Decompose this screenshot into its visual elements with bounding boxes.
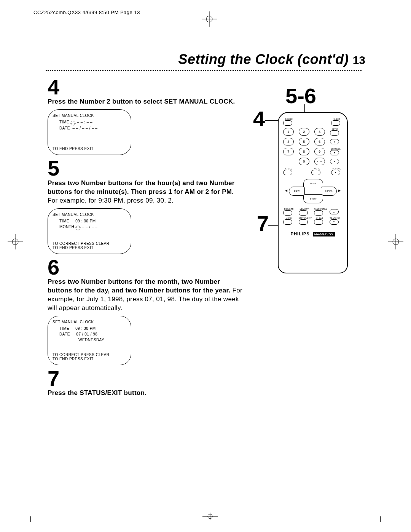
svg-line-15 xyxy=(74,121,75,123)
sleep-label: SLEEP xyxy=(331,118,342,120)
num-9-button[interactable]: 9 xyxy=(314,148,325,155)
osd2-footer2: TO END PRESS EXIT xyxy=(53,246,126,250)
osd-screen-2: SET MANUAL CLOCK TIME 09 : 30 PM MONTH –… xyxy=(48,208,131,254)
page-title: Setting the Clock (cont'd) xyxy=(178,51,349,67)
osd3-date-label: DATE xyxy=(59,332,70,336)
osd3-date-value: 07 / 01 / 98 xyxy=(76,332,97,336)
num-1-button[interactable]: 1 xyxy=(283,128,294,136)
volume-up-button[interactable]: ▲ xyxy=(330,159,339,164)
altch-label: ALT CH xyxy=(330,128,341,130)
osd3-time-value: 09 : 30 PM xyxy=(75,326,96,331)
osd1-title: SET MANUAL CLOCK xyxy=(53,113,126,118)
status-label: STATUS/EXIT xyxy=(299,217,310,219)
crop-mark-top-icon xyxy=(202,11,217,27)
menu-label: MENU xyxy=(283,217,295,219)
num-6-button[interactable]: 6 xyxy=(314,138,325,145)
callout-7: 7 xyxy=(257,211,269,236)
svg-line-13 xyxy=(71,121,72,123)
mute-button[interactable] xyxy=(311,170,320,175)
crop-mark-bottom-icon xyxy=(202,513,218,522)
tracking-up-button[interactable]: ▲ xyxy=(330,209,339,214)
crop-mark-icon xyxy=(380,516,381,522)
svg-line-14 xyxy=(74,124,75,125)
callout-4: 4 xyxy=(253,106,265,131)
rec-label: REC/OTR xyxy=(283,208,295,210)
osd1-time-value: – – : – – xyxy=(77,120,92,124)
osd3-dow: WEDNESDAY xyxy=(78,338,104,342)
power-label: POWER xyxy=(283,118,295,120)
step-7-number: 7 xyxy=(48,369,245,388)
crop-mark-right-icon xyxy=(388,234,403,249)
svg-line-23 xyxy=(79,226,80,227)
mute-label: MUTE xyxy=(311,168,323,170)
osd-screen-1: SET MANUAL CLOCK TIME – – : – – DATE – –… xyxy=(48,109,131,155)
num-100-button[interactable]: +100 xyxy=(314,158,325,165)
step-4-text: Press the Number 2 button to select SET … xyxy=(48,97,245,106)
step-5-number: 5 xyxy=(48,159,245,178)
tracking-down-button[interactable]: ▼ xyxy=(330,219,339,225)
status-exit-button[interactable] xyxy=(299,219,308,225)
memory-label: MEMORY xyxy=(299,208,310,210)
volume-label: VOLUME xyxy=(331,168,342,170)
channel-up-button[interactable]: ▲ xyxy=(330,139,339,144)
osd2-footer1: TO CORRECT PRESS CLEAR xyxy=(53,241,126,246)
num-7-button[interactable]: 7 xyxy=(283,148,294,155)
rec-button[interactable] xyxy=(283,210,292,216)
clear-button[interactable] xyxy=(314,219,323,225)
step-5-bold: Press two Number buttons for the hour(s)… xyxy=(48,179,235,195)
speed-button[interactable] xyxy=(283,170,292,175)
callout-5-6: 5-6 xyxy=(285,83,316,108)
step-6-text: Press two Number buttons for the month, … xyxy=(48,278,245,313)
step-4-number: 4 xyxy=(48,78,245,97)
altch-button[interactable] xyxy=(330,130,339,136)
step-5-rest: For example, for 9:30 PM, press 09, 30, … xyxy=(48,197,174,204)
osd2-time-label: TIME xyxy=(59,219,69,223)
power-button[interactable] xyxy=(283,120,292,126)
brand-magnavox: MAGNAVOX xyxy=(313,232,335,236)
osd3-footer2: TO END PRESS EXIT xyxy=(53,357,126,361)
osd2-time-value: 09 : 30 PM xyxy=(75,219,96,223)
pause-button[interactable] xyxy=(314,210,323,216)
page-title-row: Setting the Clock (cont'd) 13 xyxy=(27,51,384,67)
osd1-date-value: – – / – – / – – xyxy=(73,126,98,130)
step-5-text: Press two Number buttons for the hour(s)… xyxy=(48,179,245,205)
page-number: 13 xyxy=(353,54,365,66)
step-4-bold: Press the Number 2 button to select SET … xyxy=(48,98,235,105)
step-7-bold: Press the STATUS/EXIT button. xyxy=(48,389,147,396)
blink-cursor-icon xyxy=(75,225,81,229)
channel-label: CHANNEL xyxy=(330,148,341,150)
rew-button[interactable]: REW xyxy=(289,187,305,196)
osd1-date-label: DATE xyxy=(59,126,70,130)
sleep-button[interactable] xyxy=(331,120,340,126)
channel-down-button[interactable]: ▼ xyxy=(330,150,339,155)
osd2-month-label: MONTH xyxy=(59,225,74,229)
menu-button[interactable] xyxy=(283,219,292,225)
brand-philips: PHILIPS xyxy=(291,232,310,236)
crop-mark-icon xyxy=(30,516,31,522)
play-button[interactable]: PLAY xyxy=(303,179,323,188)
osd1-footer: TO END PRESS EXIT xyxy=(53,147,126,151)
step-6-number: 6 xyxy=(48,258,245,277)
pause-label: PAUSE/STILL xyxy=(314,208,325,210)
num-3-button[interactable]: 3 xyxy=(314,128,325,136)
num-8-button[interactable]: 8 xyxy=(299,148,309,155)
crop-mark-left-icon xyxy=(8,234,23,249)
ffwd-button[interactable]: F.FWD xyxy=(321,187,337,196)
svg-line-21 xyxy=(76,226,77,227)
blink-cursor-icon xyxy=(70,121,76,125)
volume-down-button[interactable]: ▼ xyxy=(331,170,340,175)
osd2-title: SET MANUAL CLOCK xyxy=(53,212,126,217)
num-5-button[interactable]: 5 xyxy=(299,138,309,145)
num-4-button[interactable]: 4 xyxy=(283,138,294,145)
memory-button[interactable] xyxy=(299,210,308,216)
osd2-month-value: – – / – – xyxy=(82,225,98,229)
divider-dots xyxy=(46,70,362,71)
remote-control: POWER SLEEP 1 2 3 xyxy=(278,112,348,273)
num-0-button[interactable]: 0 xyxy=(299,158,309,165)
stop-button[interactable]: STOP xyxy=(303,194,323,203)
num-2-button[interactable]: 2 xyxy=(299,128,309,136)
rew-arrow-icon: ◀ xyxy=(285,189,287,192)
transport-cluster: PLAY ◀ REW F.FWD ▶ STOP xyxy=(288,179,338,206)
osd3-footer1: TO CORRECT PRESS CLEAR xyxy=(53,353,126,357)
osd3-time-label: TIME xyxy=(59,326,69,331)
